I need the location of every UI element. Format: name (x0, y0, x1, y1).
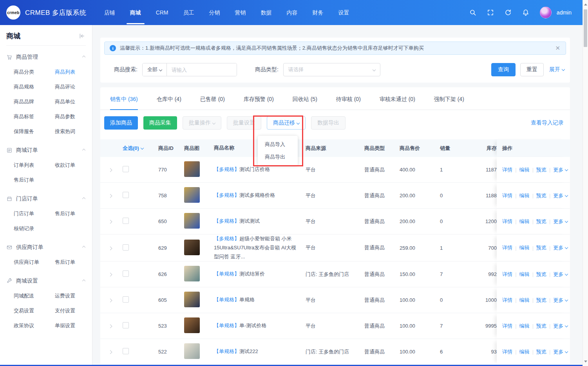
row-checkbox[interactable] (123, 296, 129, 303)
close-icon[interactable]: ✕ (555, 45, 560, 52)
reset-button[interactable]: 重置 (520, 63, 544, 76)
edit-link[interactable]: 编辑 (519, 192, 529, 199)
sidebar-group-product-header[interactable]: 商品管理 (0, 50, 92, 65)
username[interactable]: admin (557, 9, 572, 16)
chevron-up-icon[interactable] (82, 197, 85, 200)
row-checkbox[interactable] (123, 348, 129, 354)
search-input[interactable] (167, 63, 237, 76)
collect-product-button[interactable]: 商品采集 (143, 116, 177, 130)
search-scope-select[interactable]: 全部 (143, 63, 167, 76)
more-link[interactable]: 更多 (553, 323, 568, 330)
tab-forced-off[interactable]: 强制下架 (4) (434, 96, 464, 110)
preview-link[interactable]: 预览 (536, 271, 546, 278)
preview-link[interactable]: 预览 (536, 166, 546, 173)
sidebar-collapse-icon[interactable] (78, 32, 85, 40)
menu-item-product-export[interactable]: 商品导出 (258, 151, 298, 163)
top-menu-item-content[interactable]: 内容 (279, 0, 305, 25)
scroll-up-arrow-icon[interactable] (584, 4, 587, 5)
preview-link[interactable]: 预览 (536, 297, 546, 304)
vertical-scrollbar[interactable] (583, 0, 588, 366)
more-link[interactable]: 更多 (553, 244, 568, 251)
sidebar-group-supplier-order-header[interactable]: 供应商订单 (0, 240, 92, 255)
more-link[interactable]: 更多 (553, 166, 568, 173)
row-checkbox[interactable] (123, 270, 129, 277)
chevron-up-icon[interactable] (82, 149, 85, 152)
scrollbar-thumb[interactable] (584, 9, 587, 47)
detail-link[interactable]: 详情 (502, 244, 512, 251)
row-checkbox[interactable] (123, 192, 129, 198)
sidebar-item-product-list[interactable]: 商品列表 (55, 65, 92, 79)
sidebar-item-guarantee[interactable]: 保障服务 (14, 124, 55, 139)
batch-operate-button[interactable]: 批量操作 (183, 116, 221, 130)
chevron-right-icon[interactable] (109, 246, 112, 250)
chevron-up-icon[interactable] (82, 246, 85, 249)
sidebar-item-supplier-order[interactable]: 供应商订单 (14, 255, 55, 270)
top-menu-item-settings[interactable]: 设置 (331, 0, 357, 25)
detail-link[interactable]: 详情 (502, 166, 512, 173)
sidebar-item-aftersale-order[interactable]: 售后订单 (14, 173, 55, 188)
product-type-select[interactable]: 请选择 (283, 63, 380, 76)
edit-link[interactable]: 编辑 (519, 166, 529, 173)
sidebar-item-product-param[interactable]: 商品参数 (55, 109, 92, 124)
sidebar-item-trade-settings[interactable]: 交易设置 (14, 303, 55, 318)
row-checkbox[interactable] (123, 218, 129, 224)
sidebar-item-store-aftersale[interactable]: 售后订单 (55, 206, 92, 221)
user-avatar[interactable] (540, 7, 552, 18)
row-checkbox[interactable] (123, 322, 129, 328)
top-menu-item-data[interactable]: 数据 (253, 0, 279, 25)
preview-link[interactable]: 预览 (536, 244, 546, 251)
preview-link[interactable]: 预览 (536, 348, 546, 355)
more-link[interactable]: 更多 (553, 218, 568, 225)
query-button[interactable]: 查询 (491, 63, 516, 76)
edit-link[interactable]: 编辑 (519, 271, 529, 278)
fullscreen-icon[interactable] (487, 9, 494, 16)
tab-stock-warning[interactable]: 库存预警 (0) (244, 96, 274, 110)
product-migrate-button[interactable]: 商品迁移 (267, 116, 306, 130)
top-menu-item-finance[interactable]: 财务 (305, 0, 331, 25)
sidebar-item-policy-agreement[interactable]: 政策协议 (14, 318, 55, 333)
chevron-right-icon[interactable] (109, 273, 112, 277)
sidebar-item-product-brand[interactable]: 商品品牌 (14, 94, 55, 109)
detail-link[interactable]: 详情 (502, 297, 512, 304)
sidebar-item-product-tag[interactable]: 商品标签 (14, 109, 55, 124)
sidebar-item-product-review[interactable]: 商品评论 (55, 79, 92, 94)
chevron-right-icon[interactable] (109, 194, 112, 198)
sidebar-item-product-spec[interactable]: 商品规格 (14, 79, 55, 94)
sidebar-item-hot-search[interactable]: 搜索热词 (55, 124, 92, 139)
tab-sold-out[interactable]: 已售罄 (0) (200, 96, 225, 110)
detail-link[interactable]: 详情 (502, 348, 512, 355)
chevron-right-icon[interactable] (109, 350, 112, 354)
chevron-up-icon[interactable] (82, 279, 85, 283)
edit-link[interactable]: 编辑 (519, 297, 529, 304)
search-icon[interactable] (469, 9, 476, 16)
sidebar-item-supplier-aftersale[interactable]: 售后订单 (55, 255, 92, 270)
sidebar-item-store-order[interactable]: 门店订单 (14, 206, 55, 221)
preview-link[interactable]: 预览 (536, 323, 546, 330)
sidebar-item-product-unit[interactable]: 商品单位 (55, 94, 92, 109)
more-link[interactable]: 更多 (553, 348, 568, 355)
row-checkbox[interactable] (123, 244, 129, 251)
sidebar-group-mall-settings-header[interactable]: 商城设置 (0, 274, 92, 288)
refresh-icon[interactable] (505, 9, 512, 16)
top-menu-item-shop[interactable]: 店铺 (97, 0, 123, 25)
preview-link[interactable]: 预览 (536, 192, 546, 199)
tab-recycle-bin[interactable]: 回收站 (5) (293, 96, 317, 110)
top-menu-item-marketing[interactable]: 营销 (228, 0, 253, 25)
sidebar-group-store-order-header[interactable]: 门店订单 (0, 191, 92, 206)
sidebar-group-mall-order-header[interactable]: 商城订单 (0, 143, 92, 158)
sidebar-item-product-category[interactable]: 商品分类 (14, 65, 55, 79)
tab-on-sale[interactable]: 销售中 (36) (110, 96, 138, 110)
scroll-down-arrow-icon[interactable] (584, 361, 587, 362)
top-menu-item-crm[interactable]: CRM (148, 0, 176, 25)
sidebar-item-payment-settings[interactable]: 支付设置 (55, 303, 92, 318)
expand-link[interactable]: 展开 (549, 66, 564, 73)
sidebar-item-payment-order[interactable]: 收款订单 (55, 158, 92, 173)
top-menu-item-distribution[interactable]: 分销 (202, 0, 228, 25)
data-export-button[interactable]: 数据导出 (311, 116, 346, 130)
tab-review-failed[interactable]: 审核未通过 (0) (380, 96, 415, 110)
preview-link[interactable]: 预览 (536, 218, 546, 225)
chevron-right-icon[interactable] (109, 220, 112, 224)
sidebar-item-receipt-settings[interactable]: 单据设置 (55, 318, 92, 333)
row-checkbox[interactable] (123, 166, 129, 172)
chevron-up-icon[interactable] (82, 56, 85, 59)
